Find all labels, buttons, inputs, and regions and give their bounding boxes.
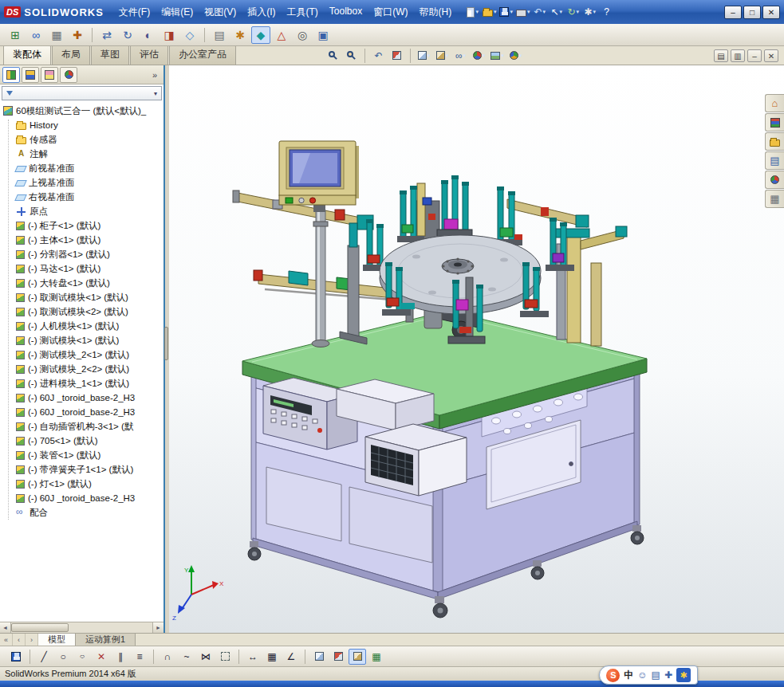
section-view[interactable] bbox=[388, 48, 405, 63]
display-style[interactable]: ▾ bbox=[434, 48, 451, 63]
displaymanager[interactable] bbox=[60, 67, 77, 83]
tree-item[interactable]: (-) 自动插管机构-3<1> (默 bbox=[0, 419, 163, 434]
section-tool[interactable] bbox=[329, 649, 347, 665]
tree-item[interactable]: 配合 bbox=[0, 505, 163, 520]
grid-snap[interactable]: ▦ bbox=[263, 649, 281, 665]
display-pane[interactable]: ▤ bbox=[714, 49, 728, 62]
insert-components[interactable]: ⊞ bbox=[6, 26, 25, 44]
input-mode-chinese[interactable]: 中 bbox=[624, 669, 633, 682]
first-tab[interactable]: « bbox=[0, 634, 13, 646]
view-cube[interactable] bbox=[310, 649, 328, 665]
menu-窗口[interactable]: 窗口(W) bbox=[368, 3, 413, 22]
tree-item[interactable]: 传感器 bbox=[0, 132, 163, 147]
hmi-monitor-assembly[interactable] bbox=[279, 141, 359, 347]
model-tab-模型[interactable]: 模型 bbox=[38, 634, 76, 646]
circle[interactable]: ○ bbox=[54, 649, 72, 665]
edit-appearance[interactable]: ▾ bbox=[471, 48, 487, 63]
interference-detection[interactable]: △ bbox=[272, 26, 291, 44]
shaded-with-edges[interactable] bbox=[349, 649, 366, 665]
help[interactable]: ? bbox=[599, 4, 614, 20]
tree-item[interactable]: (-) 人机模块<1> (默认) bbox=[0, 319, 163, 333]
design-library[interactable] bbox=[765, 113, 784, 132]
show-hidden-components[interactable]: ◐ bbox=[139, 26, 158, 44]
save[interactable] bbox=[7, 649, 25, 665]
reference-geometry[interactable]: ◇ bbox=[180, 26, 199, 44]
smart-dimension[interactable]: ↔ bbox=[244, 649, 262, 665]
ellipse[interactable]: ○ bbox=[73, 649, 91, 665]
menu-Toolbox[interactable]: Toolbox bbox=[324, 3, 368, 22]
move-component[interactable]: ⇄ bbox=[97, 26, 116, 44]
tree-filter[interactable]: ▾ bbox=[2, 86, 162, 100]
linear-sketch-pattern[interactable] bbox=[216, 649, 234, 665]
new-document[interactable]: ▾ bbox=[465, 4, 480, 20]
menu-工具[interactable]: 工具(T) bbox=[282, 3, 324, 22]
convert-entities[interactable]: ≡ bbox=[131, 649, 148, 665]
tree-item[interactable]: (-) 主体<1> (默认) bbox=[0, 233, 163, 247]
tree-item[interactable]: (-) 灯<1> (默认) bbox=[0, 477, 163, 491]
tree-item[interactable]: (-) 分割器<1> (默认) bbox=[0, 247, 163, 261]
menu-插入[interactable]: 插入(I) bbox=[242, 3, 281, 22]
tree-item[interactable]: (-) 60J _toroid_base-2_H3 bbox=[0, 405, 163, 419]
options[interactable]: ✱▾ bbox=[582, 4, 597, 20]
tree-item[interactable]: (-) 取测试模块<2> (默认) bbox=[0, 304, 163, 319]
menu-编辑[interactable]: 编辑(E) bbox=[156, 3, 199, 22]
open[interactable]: ▾ bbox=[482, 4, 497, 20]
custom-properties[interactable]: ▦ bbox=[765, 190, 784, 208]
splitter-handle[interactable] bbox=[164, 327, 168, 360]
tree-item[interactable]: (-) 测试模块_2<2> (默认) bbox=[0, 362, 163, 376]
undo[interactable]: ↶▾ bbox=[532, 4, 547, 20]
spline[interactable]: ~ bbox=[178, 649, 195, 665]
close-pane[interactable]: ✕ bbox=[764, 49, 778, 62]
instant3d[interactable]: ◆ bbox=[251, 26, 270, 44]
minimize-pane[interactable]: – bbox=[747, 49, 762, 62]
tree-root[interactable]: 60模组测试三合一 (默认<默认)_ bbox=[0, 104, 163, 118]
print[interactable]: ▾ bbox=[515, 4, 530, 20]
tab-装配体[interactable]: 装配体 bbox=[3, 46, 51, 65]
view-orientation[interactable]: ▾ bbox=[416, 48, 432, 63]
previous-view[interactable]: ↶ bbox=[370, 48, 387, 63]
tree-item[interactable]: (-) 60J _toroid_base-2_H3 bbox=[0, 391, 163, 405]
scroll-left-button[interactable]: ◄ bbox=[0, 622, 11, 633]
flyout-pane[interactable]: ▥ bbox=[731, 49, 745, 62]
assembly-features[interactable]: ◨ bbox=[160, 26, 179, 44]
exploded-view[interactable]: ✱ bbox=[230, 26, 250, 44]
tab-办公室产品[interactable]: 办公室产品 bbox=[169, 46, 236, 65]
rebuild[interactable]: ↻▾ bbox=[565, 4, 581, 20]
tree-item[interactable]: (-) 705<1> (默认) bbox=[0, 434, 163, 448]
offset-entities[interactable]: ∥ bbox=[112, 649, 129, 665]
menu-帮助[interactable]: 帮助(H) bbox=[414, 3, 458, 22]
mirror-entities[interactable]: ⋈ bbox=[197, 649, 215, 665]
tree-item[interactable]: (-) 60J _toroid_base-2_H3 bbox=[0, 491, 163, 505]
tree-item[interactable]: (-) 测试模块<1> (默认) bbox=[0, 333, 163, 347]
scroll-track[interactable] bbox=[11, 622, 152, 633]
sogou-logo[interactable]: S bbox=[606, 669, 620, 682]
file-explorer[interactable] bbox=[765, 132, 784, 151]
linear-component-pattern[interactable]: ▦ bbox=[47, 26, 66, 44]
soft-keyboard[interactable]: ▤ bbox=[652, 669, 660, 681]
view-palette[interactable]: ▤ bbox=[765, 151, 784, 170]
tree-item[interactable]: 上视基准面 bbox=[0, 175, 163, 190]
tree-item[interactable]: History bbox=[0, 118, 163, 132]
evaluate-grid[interactable]: ▦ bbox=[368, 649, 385, 665]
menu-文件[interactable]: 文件(F) bbox=[113, 3, 156, 22]
rotate-component[interactable]: ↻ bbox=[118, 26, 137, 44]
tree-item[interactable]: (-) 马达<1> (默认) bbox=[0, 261, 163, 276]
tree-item[interactable]: 原点 bbox=[0, 204, 163, 218]
tab-草图[interactable]: 草图 bbox=[91, 46, 129, 65]
close[interactable]: ✕ bbox=[762, 6, 780, 19]
featuremanager-tree[interactable] bbox=[2, 67, 20, 83]
graphics-viewport[interactable]: Y X Z ⌂▤▦ bbox=[169, 65, 784, 633]
settings-wrench[interactable]: ✱ bbox=[676, 668, 691, 682]
trim-entities[interactable]: ✕ bbox=[93, 649, 110, 665]
tree-item[interactable]: (-) 大转盘<1> (默认) bbox=[0, 276, 163, 290]
tree-hscrollbar[interactable]: ◄ ► bbox=[0, 622, 163, 633]
appearances[interactable] bbox=[765, 171, 784, 189]
tree-item[interactable]: (-) 测试模块_2<1> (默认) bbox=[0, 347, 163, 362]
tree-item[interactable]: 注解 bbox=[0, 147, 163, 161]
save[interactable]: ▾ bbox=[498, 4, 514, 20]
tree-item[interactable]: 前视基准面 bbox=[0, 161, 163, 175]
isolate[interactable]: ◎ bbox=[293, 26, 312, 44]
menu-视图[interactable]: 视图(V) bbox=[199, 3, 242, 22]
tree-item[interactable]: (-) 柜子<1> (默认) bbox=[0, 218, 163, 233]
prev-tab[interactable]: ‹ bbox=[13, 634, 26, 646]
